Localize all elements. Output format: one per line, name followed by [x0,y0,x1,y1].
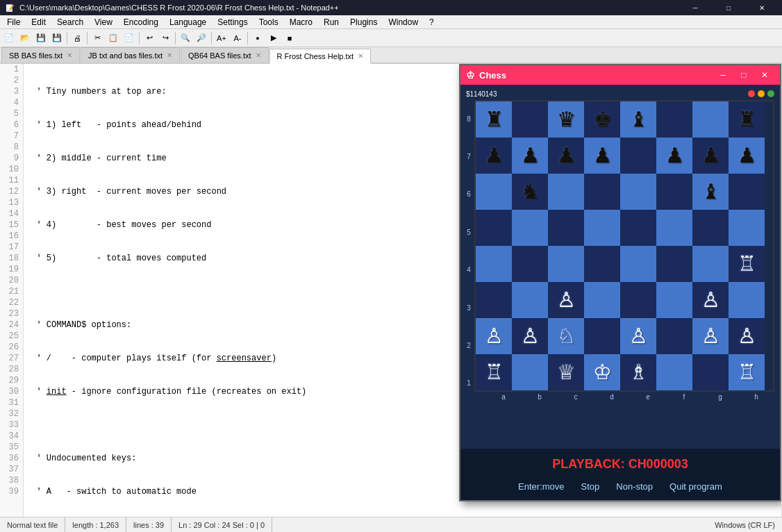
menu-run[interactable]: Run [318,15,344,29]
square-6-7[interactable]: ♙ [729,318,765,354]
square-2-5[interactable] [656,174,692,210]
close-button[interactable]: ✕ [746,0,778,15]
tb-zoom-out[interactable]: A- [230,31,245,46]
tb-find[interactable]: 🔍 [178,31,193,46]
tab-close-icon[interactable]: ✕ [67,51,72,59]
chess-window[interactable]: ♔ Chess ─ □ ✕ $1140143 [459,64,781,501]
square-4-4[interactable] [620,246,656,282]
square-7-3[interactable]: ♔ [584,354,620,390]
tb-zoom-in[interactable]: A+ [214,31,229,46]
square-0-7[interactable]: ♜ [729,101,765,138]
editor[interactable]: 1 2 3 4 5 6 7 8 9 10 11 12 13 14 15 16 1… [0,64,782,517]
square-6-2[interactable]: ♘ [548,318,584,354]
chess-minimize-button[interactable]: ─ [713,68,733,82]
square-1-3[interactable]: ♟ [584,138,620,174]
chess-stop[interactable]: Stop [579,480,603,493]
square-7-0[interactable]: ♖ [476,354,512,390]
tb-copy[interactable]: 📋 [106,31,121,46]
square-3-4[interactable] [620,210,656,246]
menu-tools[interactable]: Tools [253,15,284,29]
square-1-4[interactable] [620,138,656,174]
square-5-5[interactable] [656,282,692,318]
menu-settings[interactable]: Settings [212,15,253,29]
square-4-5[interactable] [656,246,692,282]
square-0-3[interactable]: ♚ [584,101,620,138]
square-5-3[interactable] [584,282,620,318]
tb-paste[interactable]: 📄 [122,31,137,46]
square-6-1[interactable]: ♙ [512,318,548,354]
chess-close-button[interactable]: ✕ [755,68,774,82]
square-3-5[interactable] [656,210,692,246]
square-1-7[interactable]: ♟ [729,138,765,174]
square-2-2[interactable] [548,174,584,210]
square-7-1[interactable] [512,354,548,390]
square-7-2[interactable]: ♕ [548,354,584,390]
square-4-0[interactable] [476,246,512,282]
square-0-6[interactable] [692,101,729,138]
square-7-7[interactable]: ♖ [729,354,765,390]
square-0-2[interactable]: ♛ [548,101,584,138]
tb-new[interactable]: 📄 [1,31,17,46]
menu-plugins[interactable]: Plugins [344,15,383,29]
square-0-4[interactable]: ♝ [620,101,656,138]
square-1-5[interactable]: ♟ [656,138,692,174]
square-2-6[interactable]: ♝ [692,174,729,210]
menu-language[interactable]: Language [164,15,212,29]
tb-replace[interactable]: 🔎 [194,31,209,46]
tab-rfrost[interactable]: R Frost Chess Help.txt ✕ [269,49,372,64]
tb-redo[interactable]: ↪ [158,31,173,46]
square-3-1[interactable] [512,210,548,246]
square-3-7[interactable] [729,210,765,246]
tb-undo[interactable]: ↩ [142,31,157,46]
tab-close-icon[interactable]: ✕ [167,51,172,59]
square-6-6[interactable]: ♙ [692,318,729,354]
square-1-2[interactable]: ♟ [548,138,584,174]
tb-macro-play[interactable]: ▶ [266,31,281,46]
square-3-6[interactable] [692,210,729,246]
square-0-1[interactable] [512,101,548,138]
menu-macro[interactable]: Macro [284,15,318,29]
square-3-3[interactable] [584,210,620,246]
tb-open[interactable]: 📂 [17,31,33,46]
tab-qb64[interactable]: QB64 BAS files.txt ✕ [181,47,268,63]
square-5-2[interactable]: ♙ [548,282,584,318]
chess-non-stop[interactable]: Non-stop [613,480,656,493]
menu-encoding[interactable]: Encoding [118,15,164,29]
tb-cut[interactable]: ✂ [90,31,105,46]
square-6-0[interactable]: ♙ [476,318,512,354]
square-6-3[interactable] [584,318,620,354]
maximize-button[interactable]: □ [713,0,744,15]
chess-quit[interactable]: Quit program [667,480,725,493]
square-4-1[interactable] [512,246,548,282]
square-7-5[interactable] [656,354,692,390]
minimize-button[interactable]: ─ [679,0,711,15]
menu-search[interactable]: Search [51,15,89,29]
menu-file[interactable]: File [1,15,26,29]
menu-view[interactable]: View [89,15,118,29]
square-5-6[interactable]: ♙ [692,282,729,318]
menu-edit[interactable]: Edit [26,15,51,29]
tab-close-icon[interactable]: ✕ [256,51,261,59]
square-0-5[interactable] [656,101,692,138]
square-4-3[interactable] [584,246,620,282]
square-5-4[interactable] [620,282,656,318]
square-4-2[interactable] [548,246,584,282]
square-3-0[interactable] [476,210,512,246]
square-1-6[interactable]: ♟ [692,138,729,174]
tb-print[interactable]: 🖨 [69,31,85,46]
tab-jb-txt[interactable]: JB txt and bas files.txt ✕ [81,47,180,63]
tab-close-icon[interactable]: ✕ [358,52,363,60]
square-6-4[interactable]: ♙ [620,318,656,354]
tab-sb-bas[interactable]: SB BAS files.txt ✕ [1,47,80,63]
tb-save-all[interactable]: 💾 [49,31,65,46]
tb-macro-rec[interactable]: ● [250,31,265,46]
square-5-0[interactable] [476,282,512,318]
square-2-1[interactable]: ♞ [512,174,548,210]
square-2-3[interactable] [584,174,620,210]
square-1-1[interactable]: ♟ [512,138,548,174]
menu-help[interactable]: ? [424,15,440,29]
tb-macro-stop[interactable]: ■ [282,31,297,46]
square-4-7[interactable]: ♖ [729,246,765,282]
square-3-2[interactable] [548,210,584,246]
square-2-4[interactable] [620,174,656,210]
